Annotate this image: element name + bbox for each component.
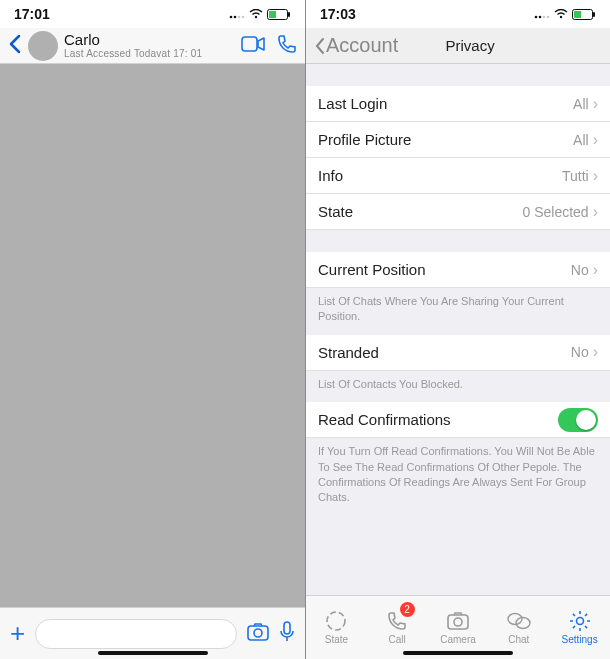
voice-call-button[interactable] — [277, 34, 297, 58]
svg-rect-7 — [288, 12, 290, 17]
chevron-left-icon — [8, 34, 22, 54]
svg-rect-6 — [269, 11, 276, 18]
hint-current-position: List Of Chats Where You Are Sharing Your… — [306, 288, 610, 335]
row-label: Info — [318, 167, 343, 184]
gear-icon — [569, 610, 591, 632]
signal-icon — [534, 9, 550, 19]
row-label: Read Confirmations — [318, 411, 451, 428]
privacy-settings-list[interactable]: Last Login All› Profile Picture All› Inf… — [306, 64, 610, 595]
svg-rect-20 — [593, 12, 595, 17]
contact-avatar[interactable] — [28, 31, 58, 61]
read-confirmations-toggle[interactable] — [558, 408, 598, 432]
status-bar: 17:03 — [306, 0, 610, 28]
tab-calls[interactable]: 2 Call — [367, 596, 428, 659]
chat-bubbles-icon — [507, 611, 531, 631]
chevron-right-icon: › — [593, 95, 598, 113]
svg-point-13 — [535, 16, 538, 19]
chevron-left-icon — [314, 37, 326, 55]
contact-title-block[interactable]: Carlo Last Accessed Todavat 17: 01 — [64, 32, 229, 60]
chevron-right-icon: › — [593, 203, 598, 221]
row-state[interactable]: State 0 Selected› — [306, 194, 610, 230]
chevron-right-icon: › — [593, 131, 598, 149]
back-to-account-button[interactable]: Account — [314, 34, 398, 57]
svg-point-21 — [327, 612, 345, 630]
row-read-confirmations: Read Confirmations — [306, 402, 610, 438]
page-title: Privacy — [398, 37, 602, 54]
row-label: Profile Picture — [318, 131, 411, 148]
privacy-settings-screen: 17:03 Account Privacy Last Login All› Pr… — [305, 0, 610, 659]
svg-rect-8 — [242, 37, 257, 51]
row-label: Stranded — [318, 344, 379, 361]
status-indicators — [534, 9, 596, 20]
camera-icon — [247, 623, 269, 641]
svg-rect-11 — [284, 622, 290, 634]
svg-rect-19 — [574, 11, 581, 18]
row-info[interactable]: Info Tutti› — [306, 158, 610, 194]
tab-bar: State 2 Call Camera Chat Settings — [306, 595, 610, 659]
tab-label: Chat — [508, 634, 529, 645]
mic-icon — [279, 621, 295, 643]
row-value: No — [571, 344, 589, 360]
back-label: Account — [326, 34, 398, 57]
row-label: Current Position — [318, 261, 426, 278]
video-icon — [241, 36, 265, 52]
tab-camera[interactable]: Camera — [428, 596, 489, 659]
svg-point-1 — [234, 16, 237, 19]
phone-icon — [277, 34, 297, 54]
chat-header: Carlo Last Accessed Todavat 17: 01 — [0, 28, 305, 64]
svg-point-15 — [543, 16, 546, 19]
row-label: Last Login — [318, 95, 387, 112]
contact-name: Carlo — [64, 32, 229, 49]
chat-messages-area[interactable] — [0, 64, 305, 607]
battery-icon — [572, 9, 596, 20]
calls-badge: 2 — [400, 602, 415, 617]
tab-label: Camera — [440, 634, 476, 645]
home-indicator[interactable] — [403, 651, 513, 655]
settings-header: Account Privacy — [306, 28, 610, 64]
hint-read-confirmations: If You Turn Off Read Confirmations. You … — [306, 438, 610, 516]
video-call-button[interactable] — [241, 36, 265, 56]
contact-status: Last Accessed Todavat 17: 01 — [64, 48, 229, 59]
tab-state[interactable]: State — [306, 596, 367, 659]
svg-point-2 — [238, 16, 241, 19]
row-value: All — [573, 96, 589, 112]
status-ring-icon — [325, 610, 347, 632]
svg-point-14 — [539, 16, 542, 19]
svg-point-25 — [516, 618, 530, 629]
tab-label: Settings — [562, 634, 598, 645]
signal-icon — [229, 9, 245, 19]
svg-point-0 — [230, 16, 233, 19]
camera-icon — [447, 612, 469, 630]
svg-point-24 — [508, 614, 522, 625]
row-value: 0 Selected — [523, 204, 589, 220]
message-input[interactable] — [35, 619, 237, 649]
svg-rect-9 — [248, 626, 268, 640]
svg-point-3 — [242, 16, 245, 19]
chevron-right-icon: › — [593, 261, 598, 279]
row-profile-picture[interactable]: Profile Picture All› — [306, 122, 610, 158]
attach-button[interactable]: + — [10, 618, 25, 649]
row-label: State — [318, 203, 353, 220]
tab-chat[interactable]: Chat — [488, 596, 549, 659]
row-last-login[interactable]: Last Login All› — [306, 86, 610, 122]
row-current-position[interactable]: Current Position No› — [306, 252, 610, 288]
back-button[interactable] — [8, 30, 22, 61]
home-indicator[interactable] — [98, 651, 208, 655]
svg-point-23 — [454, 618, 462, 626]
row-stranded[interactable]: Stranded No› — [306, 335, 610, 371]
status-time: 17:03 — [320, 6, 356, 22]
tab-settings[interactable]: Settings — [549, 596, 610, 659]
chat-screen: 17:01 Carlo Last Accessed Todavat 17: 01… — [0, 0, 305, 659]
row-value: Tutti — [562, 168, 589, 184]
wifi-icon — [554, 9, 568, 19]
battery-icon — [267, 9, 291, 20]
camera-button[interactable] — [247, 623, 269, 645]
tab-label: State — [325, 634, 348, 645]
row-value: No — [571, 262, 589, 278]
wifi-icon — [249, 9, 263, 19]
svg-point-10 — [254, 629, 262, 637]
status-bar: 17:01 — [0, 0, 305, 28]
mic-button[interactable] — [279, 621, 295, 647]
svg-point-17 — [560, 16, 562, 18]
svg-point-4 — [255, 16, 257, 18]
